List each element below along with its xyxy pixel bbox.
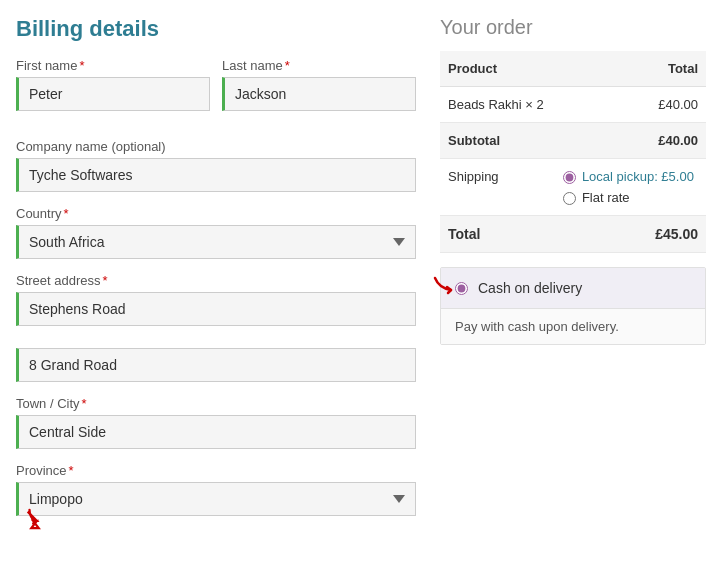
town-group: Town / City* xyxy=(16,396,416,449)
order-section: Your order Product Total Beads Rakhi × 2… xyxy=(440,16,706,530)
province-select[interactable]: Limpopo xyxy=(16,482,416,516)
shipping-options: Local pickup: £5.00 Flat rate xyxy=(563,169,698,205)
payment-description: Pay with cash upon delivery. xyxy=(441,309,705,344)
country-select[interactable]: South Africa xyxy=(16,225,416,259)
company-input[interactable] xyxy=(16,158,416,192)
payment-arrow-icon xyxy=(431,274,459,302)
subtotal-label-cell: Subtotal xyxy=(440,123,555,159)
col-total-header: Total xyxy=(555,51,706,87)
payment-section: Cash on delivery Pay with cash upon deli… xyxy=(440,267,706,345)
order-title: Your order xyxy=(440,16,706,39)
shipping-local-label: Local pickup: £5.00 xyxy=(582,169,694,184)
first-name-required: * xyxy=(79,58,84,73)
first-name-input[interactable] xyxy=(16,77,210,111)
town-input[interactable] xyxy=(16,415,416,449)
province-arrow-icon xyxy=(24,508,46,530)
street-address-group: Street address* xyxy=(16,273,416,334)
shipping-label-cell: Shipping xyxy=(440,159,555,216)
shipping-option-local[interactable]: Local pickup: £5.00 xyxy=(563,169,698,184)
shipping-option-flat[interactable]: Flat rate xyxy=(563,190,698,205)
country-label: Country* xyxy=(16,206,416,221)
subtotal-value-cell: £40.00 xyxy=(555,123,706,159)
town-label: Town / City* xyxy=(16,396,416,411)
total-value-cell: £45.00 xyxy=(555,216,706,253)
street-line2-group xyxy=(16,348,416,382)
payment-label: Cash on delivery xyxy=(478,280,582,296)
order-table: Product Total Beads Rakhi × 2 £40.00 Sub… xyxy=(440,51,706,253)
first-name-group: First name* xyxy=(16,58,210,111)
last-name-group: Last name* xyxy=(222,58,416,111)
company-label: Company name (optional) xyxy=(16,139,416,154)
payment-option: Cash on delivery xyxy=(441,268,705,309)
country-group: Country* South Africa xyxy=(16,206,416,259)
last-name-input[interactable] xyxy=(222,77,416,111)
shipping-flat-label: Flat rate xyxy=(582,190,630,205)
table-header-row: Product Total xyxy=(440,51,706,87)
table-row: Beads Rakhi × 2 £40.00 xyxy=(440,87,706,123)
shipping-options-cell: Local pickup: £5.00 Flat rate xyxy=(555,159,706,216)
billing-title: Billing details xyxy=(16,16,416,42)
province-group: Province* Limpopo xyxy=(16,463,416,516)
total-label-cell: Total xyxy=(440,216,555,253)
province-label: Province* xyxy=(16,463,416,478)
street-line2-input[interactable] xyxy=(16,348,416,382)
shipping-row: Shipping Local pickup: £5.00 Flat rate xyxy=(440,159,706,216)
name-row: First name* Last name* xyxy=(16,58,416,125)
product-name-cell: Beads Rakhi × 2 xyxy=(440,87,555,123)
total-row: Total £45.00 xyxy=(440,216,706,253)
product-total-cell: £40.00 xyxy=(555,87,706,123)
col-product-header: Product xyxy=(440,51,555,87)
last-name-label: Last name* xyxy=(222,58,416,73)
shipping-flat-radio[interactable] xyxy=(563,192,576,205)
first-name-label: First name* xyxy=(16,58,210,73)
street-line1-input[interactable] xyxy=(16,292,416,326)
shipping-local-radio[interactable] xyxy=(563,171,576,184)
company-group: Company name (optional) xyxy=(16,139,416,192)
subtotal-row: Subtotal £40.00 xyxy=(440,123,706,159)
billing-section: Billing details First name* Last name* C… xyxy=(16,16,416,530)
street-label: Street address* xyxy=(16,273,416,288)
last-name-required: * xyxy=(285,58,290,73)
